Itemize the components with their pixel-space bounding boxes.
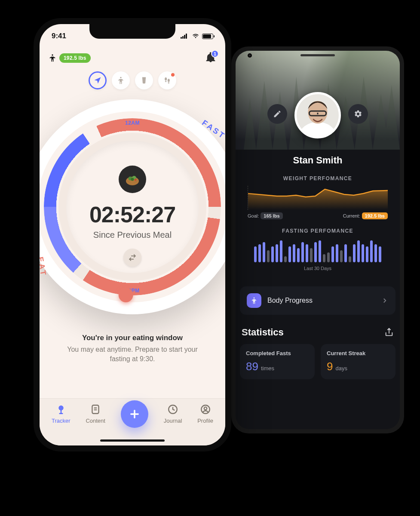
fasting-bar [344, 244, 347, 262]
body-progress-row[interactable]: Body Progress [240, 286, 395, 315]
clock-icon [167, 404, 178, 415]
fasting-bar [379, 246, 381, 262]
fasting-bar [297, 248, 300, 262]
svg-point-18 [120, 77, 121, 78]
timer-subtitle: Since Previous Meal [93, 230, 172, 240]
iphone-device-frame: 9:41 192.5 lbs 1 [34, 18, 231, 452]
add-button[interactable] [121, 400, 148, 428]
profile-name: Stan Smith [248, 155, 388, 166]
svg-point-27 [135, 179, 137, 181]
stat-title: Current Streak [327, 350, 389, 356]
tab-label: Profile [197, 418, 213, 424]
current-chip: 192.5 lbs [362, 212, 388, 219]
svg-point-21 [168, 79, 170, 82]
svg-point-22 [168, 83, 170, 84]
pencil-icon [273, 110, 282, 118]
statistics-title: Statistics [242, 327, 284, 338]
fasting-bar [353, 244, 356, 262]
tab-label: Journal [164, 418, 182, 424]
tab-content[interactable]: Content [86, 404, 105, 424]
window-body: You may eat anytime. Prepare to start yo… [63, 345, 202, 364]
completed-fasts-card[interactable]: Completed Fasts 89times [240, 344, 315, 379]
fasting-bar [336, 244, 338, 262]
fasting-bar [319, 240, 321, 262]
cup-icon [140, 76, 148, 85]
profile-hero [236, 51, 400, 150]
mode-water[interactable] [135, 71, 153, 89]
wifi-icon [192, 33, 199, 39]
fasting-bar [314, 242, 317, 262]
profile-screen: Stan Smith WEIGHT PERFOMANCE Goal:165 lb… [236, 51, 400, 429]
mode-steps[interactable] [158, 71, 176, 89]
settings-button[interactable] [348, 104, 368, 124]
weight-badge[interactable]: 192.5 lbs [59, 53, 91, 63]
weight-section-title: WEIGHT PERFOMANCE [248, 175, 388, 181]
body-icon[interactable] [48, 53, 57, 63]
profile-avatar[interactable] [294, 92, 341, 138]
stat-unit: times [261, 365, 274, 372]
fasting-bar [271, 246, 274, 262]
goal-label: Goal: [248, 213, 259, 218]
location-arrow-icon [93, 76, 102, 85]
svg-point-19 [165, 77, 167, 81]
timer-value: 02:52:27 [89, 202, 175, 227]
tab-tracker[interactable]: Tracker [52, 404, 71, 424]
tab-journal[interactable]: Journal [164, 404, 182, 424]
fasting-bar [362, 244, 364, 262]
body-icon [116, 76, 125, 85]
current-label: Current: [343, 213, 360, 218]
fasting-bar [370, 240, 373, 262]
goal-chip: 165 lbs [261, 212, 282, 219]
fasting-bar [357, 240, 360, 262]
plus-icon [129, 408, 141, 420]
weight-performance-chart[interactable] [248, 186, 388, 210]
fasting-bar [301, 242, 304, 262]
svg-point-17 [52, 54, 53, 55]
notifications-button[interactable]: 1 [205, 51, 217, 65]
mode-switcher [89, 71, 176, 89]
eating-window-message: You're in your eating window You may eat… [40, 334, 225, 364]
bowl-icon [124, 171, 141, 188]
tab-profile[interactable]: Profile [197, 404, 213, 424]
fasting-bar [306, 244, 308, 262]
tracker-screen: 9:41 192.5 lbs 1 [40, 24, 225, 445]
swap-button[interactable] [123, 249, 141, 267]
fasting-bar [288, 246, 291, 262]
top-bar: 192.5 lbs 1 [40, 48, 225, 68]
fasting-section-title: FASTING PERFOMANCE [248, 228, 388, 234]
footsteps-icon [163, 76, 172, 85]
mode-location[interactable] [89, 71, 107, 89]
swap-icon [129, 254, 136, 261]
stat-title: Completed Fasts [246, 350, 309, 356]
fasting-bar [263, 242, 265, 262]
tab-label: Tracker [52, 418, 71, 424]
svg-marker-9 [383, 85, 400, 150]
gear-icon [354, 110, 362, 118]
fasting-bar [310, 248, 313, 262]
stats-grid: Completed Fasts 89times Current Streak 9… [240, 344, 395, 379]
document-icon [90, 404, 101, 415]
tab-label: Content [86, 418, 105, 424]
share-icon[interactable] [384, 328, 394, 337]
fasting-dial[interactable]: 02:52:27 Since Previous Meal 12AM 12PM F… [40, 99, 225, 314]
phone-notch [89, 24, 175, 39]
svg-point-41 [204, 407, 207, 410]
body-icon [250, 297, 258, 304]
fasting-bar [327, 252, 330, 262]
statistics-header: Statistics [242, 327, 394, 338]
home-indicator[interactable] [100, 439, 165, 442]
svg-point-26 [131, 178, 134, 181]
tab-bar: Tracker Content Journal Profile [40, 398, 225, 445]
battery-icon [202, 34, 213, 39]
fasting-performance-chart[interactable] [248, 238, 388, 262]
dial-handle[interactable] [119, 288, 133, 302]
stat-value: 89 [246, 360, 258, 373]
mode-body[interactable] [112, 71, 130, 89]
fasting-bar [284, 256, 287, 262]
meal-icon[interactable] [119, 166, 146, 193]
edit-profile-button[interactable] [267, 104, 287, 124]
weight-meta-row: Goal:165 lbs Current:192.5 lbs [248, 213, 388, 218]
fasting-bar [340, 250, 343, 262]
status-time: 9:41 [52, 32, 66, 40]
current-streak-card[interactable]: Current Streak 9days [321, 344, 395, 379]
